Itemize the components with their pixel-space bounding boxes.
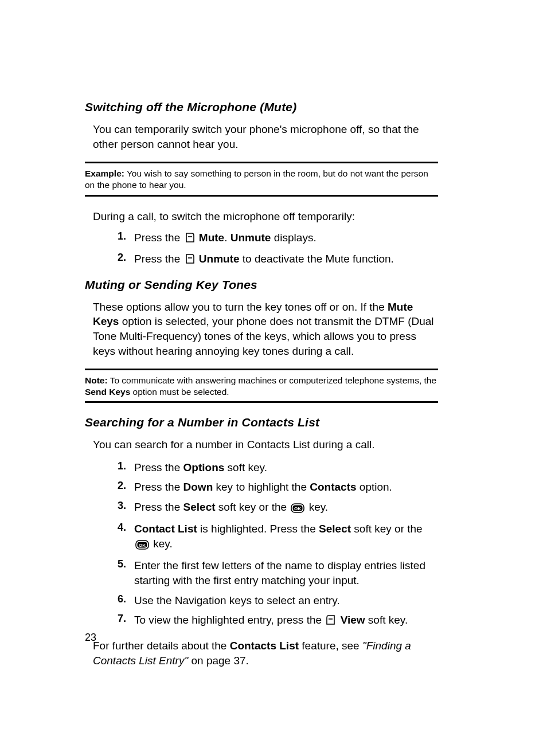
right-softkey-icon	[326, 614, 336, 629]
text-fragment: Press the	[134, 461, 183, 473]
text-bold: Unmute	[199, 253, 240, 265]
list-item: 3. Press the Select soft key or the OK k…	[85, 500, 438, 517]
text-bold: Options	[183, 461, 225, 473]
list-item: 5. Enter the first few letters of the na…	[85, 558, 438, 588]
text-fragment: soft key or the	[216, 501, 290, 513]
heading-keytones: Muting or Sending Key Tones	[85, 278, 438, 292]
text-fragment: is highlighted. Press the	[197, 523, 319, 535]
step-number: 5.	[85, 558, 134, 570]
text-fragment: To view the highlighted entry, press the	[134, 614, 325, 626]
para-keytones: These options allow you to turn the key …	[93, 300, 438, 359]
para-closing: For further details about the Contacts L…	[93, 639, 438, 668]
svg-text:OK: OK	[139, 543, 146, 548]
text-bold: Select	[183, 501, 216, 513]
text-fragment: soft key or the	[351, 523, 423, 535]
mute-steps-list: 1. Press the Mute. Unmute displays. 2. P…	[85, 230, 438, 268]
ok-key-icon: OK	[291, 502, 304, 517]
step-number: 1.	[85, 230, 134, 242]
text-fragment: key.	[150, 538, 173, 550]
text-fragment: feature, see	[299, 640, 362, 652]
para-mute-intro: You can temporarily switch your phone's …	[93, 122, 438, 151]
heading-search-contacts: Searching for a Number in Contacts List	[85, 416, 438, 429]
text-fragment: option is selected, your phone does not …	[93, 315, 434, 357]
text-bold: Unmute	[230, 232, 271, 244]
search-steps-list: 1. Press the Options soft key. 2. Press …	[85, 460, 438, 629]
step-text: Press the Unmute to deactivate the Mute …	[134, 252, 438, 268]
para-search-intro: You can search for a number in Contacts …	[93, 437, 438, 452]
text-fragment: Press the	[134, 481, 183, 493]
heading-mute: Switching off the Microphone (Mute)	[85, 100, 438, 114]
step-number: 1.	[85, 460, 134, 472]
text-bold: Contacts	[310, 481, 356, 493]
example-box: Example: You wish to say something to pe…	[85, 162, 438, 196]
list-item: 2. Press the Unmute to deactivate the Mu…	[85, 252, 438, 268]
step-number: 7.	[85, 613, 134, 625]
text-fragment: on page 37.	[188, 655, 249, 667]
step-text: Use the Navigation keys to select an ent…	[134, 593, 438, 608]
left-softkey-icon	[185, 253, 195, 268]
text-fragment: soft key.	[365, 614, 408, 626]
text-fragment: For further details about the	[93, 640, 230, 652]
step-text: Press the Mute. Unmute displays.	[134, 230, 438, 247]
svg-text:OK: OK	[294, 506, 301, 511]
text-bold: View	[341, 614, 365, 626]
ok-key-icon: OK	[135, 539, 149, 554]
step-text: Enter the first few letters of the name …	[134, 558, 438, 588]
step-number: 2.	[85, 252, 134, 264]
step-text: Press the Select soft key or the OK key.	[134, 500, 438, 517]
text-fragment: displays.	[271, 232, 316, 244]
step-text: Contact List is highlighted. Press the S…	[134, 522, 438, 554]
list-item: 6. Use the Navigation keys to select an …	[85, 593, 438, 608]
text-bold: Mute	[199, 232, 224, 244]
text-bold: Contact List	[134, 523, 197, 535]
step-number: 4.	[85, 522, 134, 534]
step-text: To view the highlighted entry, press the…	[134, 613, 438, 629]
text-fragment: to deactivate the Mute function.	[240, 253, 394, 265]
text-fragment: Press the	[134, 232, 183, 244]
text-bold: Contacts List	[230, 640, 299, 652]
para-during-call: During a call, to switch the microphone …	[93, 209, 438, 224]
text-fragment: .	[224, 232, 230, 244]
step-number: 6.	[85, 593, 134, 605]
text-bold: Select	[319, 523, 351, 535]
page-number: 23	[85, 632, 96, 644]
list-item: 4. Contact List is highlighted. Press th…	[85, 522, 438, 554]
text-fragment: soft key.	[224, 461, 267, 473]
text-fragment: These options allow you to turn the key …	[93, 301, 388, 313]
list-item: 7. To view the highlighted entry, press …	[85, 613, 438, 629]
step-text: Press the Down key to highlight the Cont…	[134, 480, 438, 495]
text-bold: Send Keys	[85, 387, 130, 397]
text-fragment: option.	[357, 481, 392, 493]
list-item: 1. Press the Options soft key.	[85, 460, 438, 475]
text-fragment: Press the	[134, 501, 183, 513]
example-text: You wish to say something to person in t…	[85, 169, 428, 190]
text-fragment: key to highlight the	[213, 481, 310, 493]
note-box: Note: To communicate with answering mach…	[85, 369, 438, 403]
text-fragment: To communicate with answering machines o…	[108, 375, 437, 385]
text-fragment: option must be selected.	[130, 387, 229, 397]
document-page: Switching off the Microphone (Mute) You …	[0, 0, 547, 756]
step-number: 3.	[85, 500, 134, 512]
step-number: 2.	[85, 480, 134, 492]
text-bold: Down	[183, 481, 213, 493]
text-fragment: key.	[306, 501, 328, 513]
left-softkey-icon	[185, 232, 195, 247]
step-text: Press the Options soft key.	[134, 460, 438, 475]
note-label: Note:	[85, 375, 108, 385]
list-item: 2. Press the Down key to highlight the C…	[85, 480, 438, 495]
list-item: 1. Press the Mute. Unmute displays.	[85, 230, 438, 247]
text-fragment: Press the	[134, 253, 183, 265]
example-label: Example:	[85, 169, 124, 178]
